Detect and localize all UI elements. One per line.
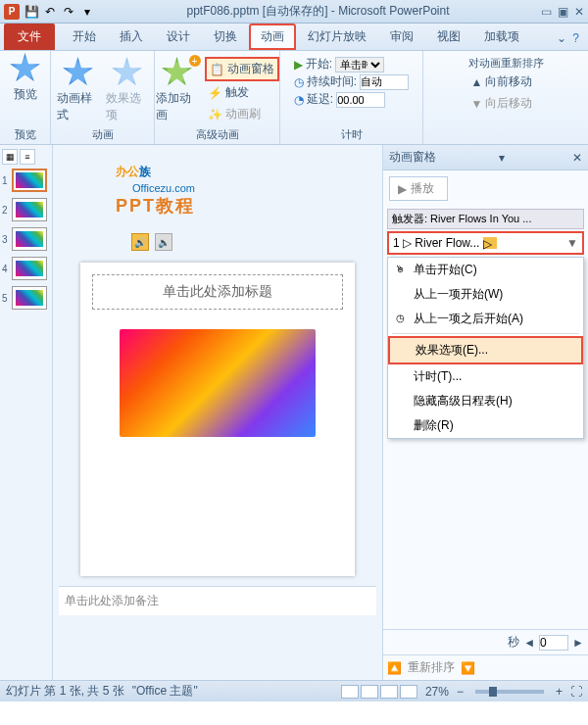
group-advanced: + 添加动画 📋 动画窗格 ⚡ 触发 ✨ 动画刷 高级动画 <box>155 51 280 144</box>
title-placeholder[interactable]: 单击此处添加标题 <box>92 274 343 310</box>
pane-close-icon[interactable]: ✕ <box>572 151 582 165</box>
play-icon: ▶ <box>398 182 407 196</box>
workspace: ▦ ≡ 1 2 3 4 5 办公族 Officezu.com PPT教程 🔊 🔈… <box>0 145 588 680</box>
menu-separator <box>392 333 579 334</box>
reading-view-icon[interactable] <box>380 685 398 699</box>
timeline-right-icon[interactable]: ► <box>572 636 584 650</box>
anim-pane-label: 动画窗格 <box>227 61 274 77</box>
pane-footer: 秒 ◄ ► <box>383 629 588 654</box>
clock-icon: ◷ <box>393 311 407 324</box>
menu-timing[interactable]: 计时(T)... <box>388 364 583 389</box>
help-icon[interactable]: ? <box>572 31 579 45</box>
menu-remove[interactable]: 删除(R) <box>388 413 583 438</box>
anim-style-button[interactable]: 动画样式 <box>57 57 100 123</box>
slide-image[interactable] <box>120 329 316 437</box>
painter-label: 动画刷 <box>225 106 261 122</box>
slideshow-view-icon[interactable] <box>400 685 417 699</box>
context-menu: 🖱单击开始(C) 从上一项开始(W) ◷从上一项之后开始(A) 效果选项(E).… <box>387 257 584 439</box>
tab-review[interactable]: 审阅 <box>378 24 425 50</box>
zoom-slider[interactable] <box>475 690 544 694</box>
tab-file[interactable]: 文件 <box>4 24 55 50</box>
preview-icon <box>10 53 41 84</box>
maximize-icon[interactable]: ▣ <box>558 5 568 19</box>
reorder-label: 重新排序 <box>408 659 455 676</box>
zoom-in-icon[interactable]: + <box>556 685 563 699</box>
slide-canvas[interactable]: 单击此处添加标题 <box>80 263 355 576</box>
ribbon: 预览 预览 动画样式 效果选项 动画 + 添加动画 📋 <box>0 51 588 145</box>
menu-hide-timeline[interactable]: 隐藏高级日程表(H) <box>388 389 583 413</box>
tab-transition[interactable]: 切换 <box>202 24 249 50</box>
effect-options-button[interactable]: 效果选项 <box>106 57 149 123</box>
audio-objects: 🔊 🔈 <box>131 233 172 251</box>
move-down-label: 向后移动 <box>485 95 532 112</box>
play-icon: ▶ <box>294 58 303 72</box>
sec-label: 秒 <box>508 634 519 651</box>
reorder-row: 🔼 重新排序 🔽 <box>383 654 588 680</box>
effect-options-label: 效果选项 <box>106 90 149 123</box>
reorder-down-icon[interactable]: 🔽 <box>461 661 475 675</box>
zoom-out-icon[interactable]: − <box>457 685 464 699</box>
ribbon-tabs: 文件 开始 插入 设计 切换 动画 幻灯片放映 审阅 视图 加载项 ⌄ ? <box>0 24 588 51</box>
tab-view[interactable]: 视图 <box>425 24 472 50</box>
minimize-icon[interactable]: ▭ <box>541 5 552 19</box>
thumb-3[interactable]: 3 <box>2 227 50 251</box>
qat-dropdown-icon[interactable]: ▾ <box>79 4 95 20</box>
tab-animation[interactable]: 动画 <box>249 24 296 50</box>
sorter-view-icon[interactable] <box>361 685 378 699</box>
window-title: pptF086.pptm [自动保存的] - Microsoft PowerPo… <box>95 3 541 20</box>
reorder-up-icon[interactable]: 🔼 <box>387 661 402 675</box>
anim-pane-button[interactable]: 📋 动画窗格 <box>205 57 279 81</box>
preview-button[interactable]: 预览 <box>4 53 47 103</box>
item-dropdown-icon[interactable]: ▼ <box>566 236 578 250</box>
audio-icon[interactable]: 🔈 <box>155 233 172 251</box>
anim-painter-button[interactable]: ✨ 动画刷 <box>205 104 279 124</box>
normal-view-icon[interactable] <box>341 685 359 699</box>
thumb-1[interactable]: 1 <box>2 169 50 192</box>
redo-icon[interactable]: ↷ <box>61 4 76 20</box>
move-up-button[interactable]: ▲ 向前移动 <box>468 72 536 92</box>
start-select[interactable]: 单击时 <box>335 57 384 72</box>
trigger-header: 触发器: River Flows In You ... <box>387 209 584 229</box>
theme-name: "Office 主题" <box>132 683 198 700</box>
thumb-4[interactable]: 4 <box>2 257 50 280</box>
tab-addins[interactable]: 加载项 <box>472 24 531 50</box>
move-down-button[interactable]: ▼ 向后移动 <box>468 93 536 114</box>
play-button[interactable]: ▶ 播放 <box>389 176 448 201</box>
delay-input[interactable] <box>336 92 385 108</box>
pane-header: 动画窗格 ▾ ✕ <box>383 145 588 170</box>
trigger-button[interactable]: ⚡ 触发 <box>205 82 279 103</box>
anim-list-item[interactable]: 1 ▷ River Flow... ▷ ▼ <box>387 231 584 255</box>
group-label: 预览 <box>0 127 50 142</box>
audio-icon[interactable]: 🔊 <box>131 233 149 251</box>
duration-input[interactable] <box>360 74 409 90</box>
close-icon[interactable]: ✕ <box>574 5 584 19</box>
group-reorder: 对动画重新排序 ▲ 向前移动 ▼ 向后移动 <box>423 51 588 144</box>
add-anim-button[interactable]: + 添加动画 <box>156 57 199 123</box>
pane-dropdown-icon[interactable]: ▾ <box>499 151 505 165</box>
sec-input[interactable] <box>539 635 568 651</box>
save-icon[interactable]: 💾 <box>24 4 39 20</box>
title-bar: P 💾 ↶ ↷ ▾ pptF086.pptm [自动保存的] - Microso… <box>0 0 588 24</box>
menu-after-prev[interactable]: ◷从上一项之后开始(A) <box>388 307 583 331</box>
tab-insert[interactable]: 插入 <box>108 24 155 50</box>
tab-slideshow[interactable]: 幻灯片放映 <box>296 24 378 50</box>
menu-click-start[interactable]: 🖱单击开始(C) <box>388 258 583 282</box>
thumb-2[interactable]: 2 <box>2 198 50 221</box>
minimize-ribbon-icon[interactable]: ⌄ <box>557 31 566 45</box>
menu-effect-options[interactable]: 效果选项(E)... <box>388 336 583 364</box>
fit-window-icon[interactable]: ⛶ <box>570 685 582 699</box>
tab-home[interactable]: 开始 <box>61 24 108 50</box>
tab-design[interactable]: 设计 <box>155 24 202 50</box>
timeline-left-icon[interactable]: ◄ <box>523 636 535 650</box>
notes-pane[interactable]: 单击此处添加备注 <box>59 586 376 615</box>
animation-pane: 动画窗格 ▾ ✕ ▶ 播放 触发器: River Flows In You ..… <box>382 145 588 680</box>
move-up-label: 向前移动 <box>485 73 532 90</box>
menu-with-prev[interactable]: 从上一项开始(W) <box>388 282 583 307</box>
duration-label: 持续时间: <box>307 73 357 90</box>
thumb-tab-outline[interactable]: ≡ <box>20 149 35 165</box>
thumb-tab-slides[interactable]: ▦ <box>2 149 18 165</box>
thumb-5[interactable]: 5 <box>2 286 50 310</box>
lightning-icon: ⚡ <box>208 86 222 100</box>
group-timing: ▶ 开始: 单击时 ◷ 持续时间: ◔ 延迟: 计时 <box>280 51 423 144</box>
undo-icon[interactable]: ↶ <box>42 4 58 20</box>
